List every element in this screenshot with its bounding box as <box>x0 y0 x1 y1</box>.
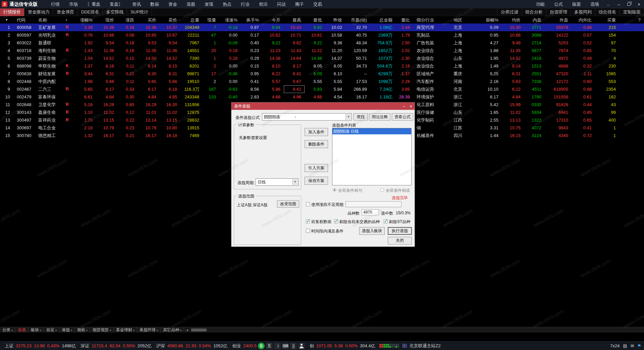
bottom-tab-其它品种[interactable]: 其它品种▴ <box>161 327 184 333</box>
checkbox-time-range[interactable] <box>306 229 310 233</box>
column-header[interactable]: 名称 <box>35 16 61 24</box>
bottom-tab-期权[interactable]: 期权▴ <box>75 327 90 333</box>
usage-note-button[interactable]: 用法注释 <box>369 113 390 121</box>
table-row[interactable]: 7000838财信发展R3.446.310.216.306.319987117-… <box>0 70 644 78</box>
bottom-tab-自选[interactable]: 自选 <box>15 327 29 333</box>
scroll-left-arrow[interactable]: ◂ <box>184 328 190 332</box>
menu-item-行业[interactable]: 行业 <box>236 0 254 8</box>
menu-item-交易[interactable]: 交易 <box>309 0 327 8</box>
checkbox-remove-st[interactable] <box>384 219 388 223</box>
grid-icon[interactable]: ⣿ <box>290 343 297 349</box>
add-condition-button[interactable]: 加入条件 <box>305 128 328 136</box>
dialog-close-icon[interactable]: × <box>408 102 414 110</box>
column-header[interactable]: 最高 <box>284 16 305 24</box>
mail-icon[interactable]: ✉ <box>630 343 634 348</box>
keyboard-icon[interactable]: ⌨ <box>282 343 289 349</box>
column-header[interactable]: 均价 <box>502 16 524 24</box>
dialog-close-button[interactable]: 关闭 <box>388 237 412 245</box>
menu-item-资讯[interactable]: 资讯 <box>127 0 146 8</box>
menu-item-复盘〗[interactable]: 复盘〗 <box>105 0 127 8</box>
flag-icon[interactable]: ⚑ <box>637 343 641 348</box>
column-header[interactable]: ▼ <box>0 16 13 24</box>
toolbar-button-分类过滤[interactable]: 分类过滤 <box>497 8 522 16</box>
column-header[interactable]: 卖价 <box>160 16 180 24</box>
table-row[interactable]: 6688098申联生物K1.378.160.118.148.15620120.0… <box>0 62 644 70</box>
select-to-block-button[interactable]: 选股入板块 <box>359 227 385 235</box>
menu-item-公式[interactable]: 公式 <box>549 0 568 8</box>
column-header[interactable]: 地区 <box>450 16 474 24</box>
column-header[interactable]: 今开 <box>262 16 284 24</box>
index-创业[interactable]: 创业2400.5 <box>232 343 257 349</box>
column-header[interactable]: • <box>61 16 74 24</box>
back-arrow-button[interactable]: ← <box>604 0 614 8</box>
delete-condition-button[interactable]: 删除条件 <box>305 140 328 148</box>
radio-all-or[interactable] <box>380 188 384 192</box>
change-range-button[interactable]: 改变范围 <box>277 200 299 208</box>
find-button[interactable]: 查找 <box>354 113 368 121</box>
table-row[interactable]: 5603739蔚蓝生物1.0414.520.1514.5014.52739010… <box>0 54 644 62</box>
bottom-tab-分类[interactable]: 分类▴ <box>0 327 15 333</box>
sogou-s-icon[interactable]: S <box>258 343 265 349</box>
column-header[interactable]: 内盘 <box>524 16 545 24</box>
bottom-tab-板块[interactable]: 板块▴ <box>29 327 44 333</box>
chevron-down-icon[interactable]: ▼ <box>345 114 351 120</box>
condition-listbox[interactable]: 阴阴阳选 日线 <box>332 128 412 185</box>
column-header[interactable]: 昨收 <box>325 16 345 24</box>
server-name[interactable]: 北京联通主站Z2 <box>410 343 441 349</box>
execute-selection-button[interactable]: 执行选股 <box>388 227 412 235</box>
toolbar-tab-SUP统计[interactable]: SUP统计 <box>127 8 152 16</box>
restore-button[interactable] <box>624 0 634 8</box>
table-row[interactable]: 4603718海利生物R1.4311.360.1611.3511.3614551… <box>0 47 644 54</box>
column-header[interactable]: 涨跌 <box>117 16 138 24</box>
toolbar-tab-资金博弈[interactable]: 资金博弈 <box>53 8 78 16</box>
chevron-down-icon[interactable]: ▼ <box>292 179 298 185</box>
toolbar-button-自选管理[interactable]: 自选管理 <box>546 8 571 16</box>
menu-item-〖看盘[interactable]: 〖看盘 <box>83 0 105 8</box>
period-combobox[interactable]: 日线 ▼ <box>256 178 299 186</box>
dialog-title-bar[interactable]: 条件选股 – × <box>231 102 415 110</box>
save-plan-button[interactable]: 保存方案 <box>305 177 328 185</box>
menu-item-选项[interactable]: 选项 <box>586 0 604 8</box>
column-header[interactable]: 涨幅% <box>74 16 96 24</box>
column-header[interactable]: 代码 <box>13 16 35 24</box>
menu-item-功能[interactable]: 功能 <box>531 0 549 8</box>
toolbar-tab-资金驱动力[interactable]: 资金驱动力 <box>24 8 53 16</box>
species-count-value[interactable]: 4970 <box>362 209 379 215</box>
table-row[interactable]: 1600058五矿发展R3.3910.360.3410.3610.3710434… <box>0 24 644 31</box>
dialog-minimize-button[interactable]: – <box>401 102 407 110</box>
column-header[interactable]: 总金额 <box>370 16 396 24</box>
column-header[interactable]: 换手% <box>241 16 262 24</box>
index-创[interactable]: 创1071.055.360.50%304.4亿 <box>310 343 375 349</box>
help-icon[interactable]: ? <box>619 16 644 24</box>
menu-item-发现[interactable]: 发现 <box>200 0 218 8</box>
checkbox-remove-untraded[interactable] <box>334 219 338 223</box>
tab-scrollbar-thumb[interactable] <box>191 329 207 332</box>
menu-item-行情[interactable]: 行情 <box>46 0 64 8</box>
column-header[interactable]: 最低 <box>305 16 325 24</box>
toolbar-button-综合排名[interactable]: 综合排名 <box>595 8 620 16</box>
toolbar-tab-行情报价[interactable]: 行情报价 <box>0 8 24 16</box>
index-沪深[interactable]: 沪深4060.6621.930.54%1052亿 <box>156 343 227 349</box>
minimize-button[interactable]: – <box>614 0 624 8</box>
index-上证[interactable]: 上证3275.2313.980.43%1498亿 <box>5 343 76 349</box>
person-icon[interactable] <box>298 343 305 349</box>
menu-item-数据[interactable]: 数据 <box>146 0 164 8</box>
bottom-tab-自定[interactable]: 自定▴ <box>44 327 59 333</box>
toolbar-button-组合分析[interactable]: 组合分析 <box>522 8 546 16</box>
condition-list-item[interactable]: 阴阴阳选 日线 <box>332 128 411 134</box>
index-深证[interactable]: 深证11715.463.540.55%2052亿 <box>80 343 151 349</box>
menu-item-问达[interactable]: 问达 <box>272 0 290 8</box>
toolbar-tab-多空阵线[interactable]: 多空阵线 <box>103 8 127 16</box>
menu-item-热点[interactable]: 热点 <box>218 0 236 8</box>
menu-item-资金[interactable]: 资金 <box>164 0 182 8</box>
bottom-tab-期货现货[interactable]: 期货现货▴ <box>90 327 114 333</box>
table-row[interactable]: 2600597光明乳业R0.7610.660.0810.6510.6722211… <box>0 31 644 39</box>
column-header[interactable]: 市盈(动) <box>345 16 370 24</box>
menu-item-选股[interactable]: 选股 <box>182 0 200 8</box>
radio-all-and[interactable] <box>333 188 336 192</box>
column-header[interactable]: 现价 <box>96 16 117 24</box>
table-row[interactable]: 9002467二六三R5.656.170.336.176.18116.3万187… <box>0 85 644 93</box>
menu-item-版面[interactable]: 版面 <box>568 0 586 8</box>
import-plan-button[interactable]: 引入方案 <box>305 164 328 172</box>
table-row[interactable]: 8002448中原内配1.985.660.115.655.661951020.0… <box>0 78 644 85</box>
